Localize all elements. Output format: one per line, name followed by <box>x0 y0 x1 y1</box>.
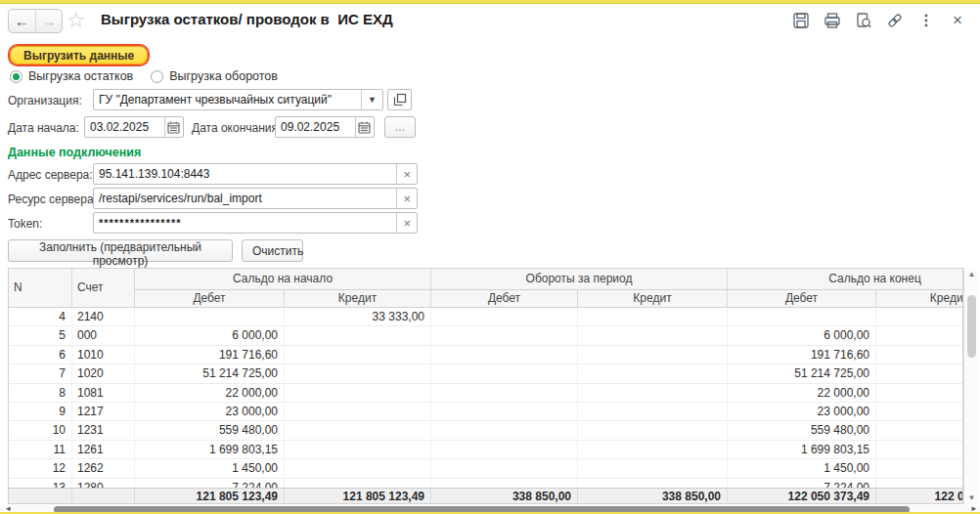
table-row[interactable]: 8108122 000,0022 000,00 <box>9 384 963 403</box>
connection-section-header: Данные подключения <box>8 146 141 159</box>
more-menu-icon[interactable] <box>915 10 937 31</box>
table-row[interactable]: 1112611 699 803,151 699 803,15 <box>9 441 963 459</box>
table-cell: 1081 <box>72 384 135 402</box>
table-cell: 559 480,00 <box>135 421 285 439</box>
radio-turnovers-label: Выгрузка оборотов <box>169 69 278 83</box>
organization-open-button[interactable] <box>387 89 412 110</box>
calendar-icon <box>167 121 180 134</box>
table-cell: 1262 <box>72 459 135 477</box>
table-row[interactable]: 1312807 224,007 224,00 <box>9 479 963 488</box>
col-header-debit: Дебет <box>728 290 876 308</box>
table-cell <box>876 479 963 488</box>
table-cell: 1020 <box>72 364 135 382</box>
table-cell <box>876 308 963 325</box>
col-header-credit: Кредит <box>876 290 963 308</box>
table-row[interactable]: 50006 000,006 000,00 <box>9 326 963 345</box>
col-header-n: N <box>9 269 72 308</box>
group-header-opening-balance: Сальдо на начало <box>135 269 431 290</box>
date-start-calendar-button[interactable] <box>164 117 183 137</box>
favorite-star-icon[interactable]: ☆ <box>67 8 86 33</box>
table-cell: 9 <box>9 403 72 420</box>
clear-button[interactable]: Очистить <box>242 239 303 262</box>
table-cell <box>728 308 876 325</box>
table-cell <box>578 403 728 420</box>
table-cell <box>285 364 431 382</box>
date-end-field-group <box>275 116 375 138</box>
link-icon[interactable] <box>884 10 906 31</box>
total-cell: 121 805 123,49 <box>135 489 285 504</box>
table-row[interactable]: 7102051 214 725,0051 214 725,00 <box>9 364 963 383</box>
table-cell <box>578 326 728 344</box>
token-clear-button[interactable]: × <box>396 213 417 233</box>
print-icon[interactable] <box>822 10 843 31</box>
scroll-up-icon[interactable]: ▲ <box>964 270 979 278</box>
table-cell <box>578 308 728 325</box>
token-input[interactable] <box>94 213 396 233</box>
table-cell <box>578 364 728 382</box>
radio-turnovers[interactable]: Выгрузка оборотов <box>151 69 278 83</box>
table-cell: 559 480,00 <box>728 421 876 439</box>
table-cell: 51 214 725,00 <box>135 364 285 382</box>
table-cell <box>431 384 578 402</box>
server-resource-input[interactable] <box>94 189 396 208</box>
scroll-down-icon[interactable]: ▼ <box>964 493 979 502</box>
date-end-label: Дата окончания: <box>192 121 281 135</box>
close-icon[interactable]: × <box>947 10 968 31</box>
table-cell: 000 <box>72 326 135 344</box>
server-resource-clear-button[interactable]: × <box>396 189 417 208</box>
total-cell: 338 850,00 <box>431 489 578 504</box>
organization-input[interactable] <box>94 90 361 109</box>
vertical-scrollbar[interactable]: ▲ ▼ <box>963 268 978 504</box>
table-cell: 1 450,00 <box>135 459 285 477</box>
radio-balances-label: Выгрузка остатков <box>28 69 133 83</box>
table-cell <box>876 459 963 477</box>
fill-preview-button[interactable]: Заполнить (предварительный просмотр) <box>8 239 233 262</box>
table-cell: 10 <box>9 421 72 439</box>
date-end-calendar-button[interactable] <box>355 117 374 137</box>
table-cell: 1 699 803,15 <box>728 441 876 458</box>
table-cell <box>285 459 431 477</box>
table-row[interactable]: 9121723 000,0023 000,00 <box>9 403 963 421</box>
table-cell: 11 <box>9 441 72 458</box>
table-cell: 33 333,00 <box>285 308 431 325</box>
date-start-input[interactable] <box>85 117 164 137</box>
open-form-icon <box>393 93 407 107</box>
back-button[interactable]: ← <box>9 10 35 32</box>
table-cell <box>431 308 578 325</box>
table-row[interactable]: 4214033 333,00 <box>9 308 963 326</box>
table-row[interactable]: 1212621 450,001 450,00 <box>9 459 963 478</box>
balances-table: N Счет Сальдо на начало Обороты за перио… <box>8 268 963 504</box>
table-cell <box>431 364 578 382</box>
vertical-scroll-thumb[interactable] <box>967 295 976 358</box>
page-title: Выгрузка остатков/ проводок в ИС ЕХД <box>101 11 393 27</box>
table-cell: 1010 <box>72 346 135 364</box>
table-cell: 1261 <box>72 441 135 458</box>
forward-button[interactable]: → <box>35 10 62 32</box>
table-cell: 4 <box>9 308 72 325</box>
date-end-input[interactable] <box>276 117 355 137</box>
radio-balances[interactable]: Выгрузка остатков <box>10 69 133 83</box>
table-cell: 7 224,00 <box>728 479 876 488</box>
table-row[interactable]: 101231559 480,00559 480,00 <box>9 421 963 440</box>
col-header-account: Счет <box>72 269 135 308</box>
preview-search-icon[interactable] <box>853 10 874 31</box>
table-cell <box>578 459 728 477</box>
total-cell: 121 805 123,49 <box>285 489 431 504</box>
upload-data-button[interactable]: Выгрузить данные <box>8 44 150 66</box>
save-icon[interactable] <box>790 10 812 31</box>
table-cell: 1 450,00 <box>728 459 876 477</box>
server-address-input[interactable] <box>94 164 396 184</box>
table-cell <box>285 479 431 488</box>
table-cell: 12 <box>9 459 72 477</box>
group-header-period-turnover: Обороты за период <box>431 269 728 290</box>
period-more-button[interactable]: ... <box>384 116 416 138</box>
organization-field-group: ▼ <box>93 89 383 110</box>
table-cell <box>876 364 963 382</box>
table-row[interactable]: 61010191 716,60191 716,60 <box>9 346 963 364</box>
server-address-clear-button[interactable]: × <box>396 164 417 184</box>
group-header-closing-balance: Сальдо на конец <box>728 269 963 290</box>
col-header-credit: Кредит <box>285 290 431 308</box>
organization-dropdown-button[interactable]: ▼ <box>361 90 382 109</box>
table-cell <box>578 479 728 488</box>
table-cell <box>876 346 963 364</box>
